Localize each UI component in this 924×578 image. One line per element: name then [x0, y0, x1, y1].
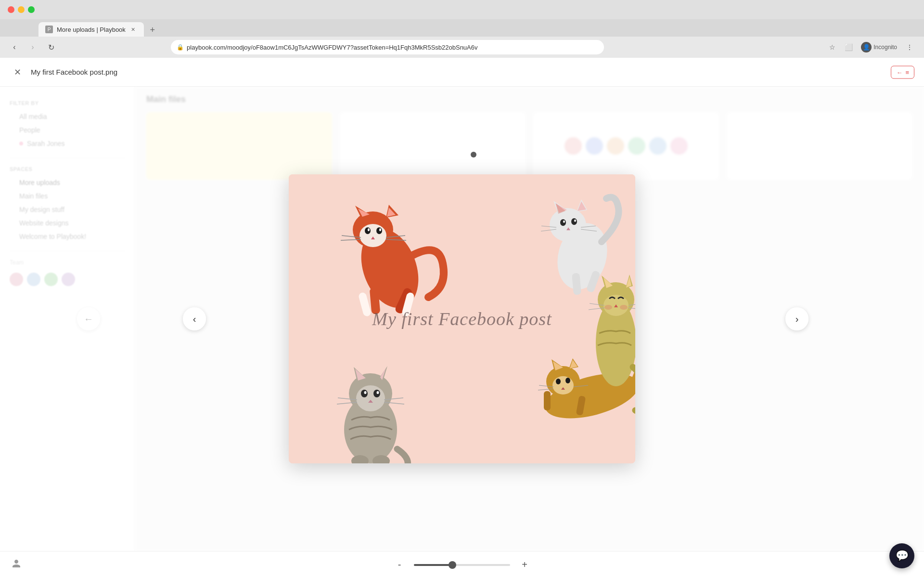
panel-back-icon: ←	[896, 68, 902, 76]
close-viewer-button[interactable]: ✕	[10, 65, 25, 80]
svg-point-28	[571, 218, 577, 225]
image-card: My first Facebook post	[289, 174, 635, 463]
next-arrow-icon: ›	[796, 314, 799, 325]
reload-button[interactable]: ↻	[44, 40, 58, 54]
tab-bar: P More uploads | Playbook ✕ +	[0, 19, 924, 37]
chat-button-icon: 💬	[896, 550, 909, 562]
tab-close-button[interactable]: ✕	[129, 26, 137, 33]
main-area: Filter by All media People Sarah Jones S…	[0, 87, 924, 551]
tab-favicon: P	[45, 26, 53, 33]
svg-point-7	[359, 224, 386, 247]
new-tab-button[interactable]: +	[146, 23, 159, 37]
incognito-label: Incognito	[873, 44, 897, 51]
svg-rect-52	[544, 391, 551, 410]
zoom-slider[interactable]	[414, 564, 510, 566]
svg-point-60	[356, 385, 385, 411]
traffic-light-minimize[interactable]	[18, 6, 25, 13]
svg-point-46	[556, 379, 561, 384]
svg-point-9	[376, 227, 382, 234]
browser-titlebar	[0, 0, 924, 19]
next-arrow[interactable]: ›	[785, 307, 808, 330]
svg-point-30	[574, 220, 576, 222]
svg-point-29	[563, 221, 565, 223]
browser-tab-active[interactable]: P More uploads | Playbook ✕	[38, 22, 144, 37]
panel-toggle-button[interactable]: ← ≡	[891, 66, 914, 79]
forward-button[interactable]: ›	[26, 40, 39, 54]
traffic-light-maximize[interactable]	[28, 6, 35, 13]
traffic-lights	[8, 6, 35, 13]
svg-point-27	[560, 219, 566, 226]
file-title: My first Facebook post.png	[31, 68, 117, 76]
prev-arrow-ghost[interactable]: ←	[77, 307, 100, 330]
address-bar-row: ‹ › ↻ 🔒 playbook.com/moodjoy/oF8aow1mC6J…	[0, 37, 924, 58]
svg-point-80	[604, 305, 612, 310]
bookmark-button[interactable]: ☆	[825, 40, 839, 54]
browser-chrome: P More uploads | Playbook ✕ + ‹ › ↻ 🔒 pl…	[0, 0, 924, 58]
svg-point-8	[365, 227, 371, 234]
image-main-text: My first Facebook post	[372, 308, 552, 329]
svg-point-22	[550, 208, 586, 242]
menu-button[interactable]: ⋮	[903, 40, 916, 54]
svg-point-81	[620, 305, 628, 310]
back-button[interactable]: ‹	[8, 40, 21, 54]
cast-button[interactable]: ⬜	[842, 40, 855, 54]
address-bar[interactable]: 🔒 playbook.com/moodjoy/oF8aow1mC6JgTsAzW…	[171, 40, 604, 54]
svg-point-10	[368, 228, 370, 231]
address-text: playbook.com/moodjoy/oF8aow1mC6JgTsAzWWG…	[187, 44, 598, 51]
zoom-in-button[interactable]: +	[518, 558, 531, 572]
svg-point-63	[364, 391, 367, 394]
bottom-left-icon[interactable]	[10, 557, 23, 570]
zoom-track	[414, 564, 452, 566]
zoom-thumb[interactable]	[449, 561, 456, 569]
chat-button[interactable]: 💬	[889, 543, 914, 568]
incognito-icon: 👤	[861, 42, 872, 53]
lock-icon: 🔒	[177, 44, 184, 51]
app-content: ✕ My first Facebook post.png ← ≡ Filter …	[0, 58, 924, 578]
svg-point-11	[379, 228, 381, 231]
panel-lines-icon: ≡	[905, 68, 909, 76]
svg-point-62	[373, 390, 380, 397]
browser-actions: ☆ ⬜ 👤 Incognito ⋮	[825, 40, 916, 54]
top-bar: ✕ My first Facebook post.png ← ≡	[0, 58, 924, 87]
prev-arrow-ghost-icon: ←	[84, 314, 93, 325]
svg-point-45	[552, 376, 574, 394]
zoom-out-button[interactable]: -	[393, 558, 406, 572]
lightbox-overlay: ← ‹	[0, 87, 924, 551]
prev-arrow[interactable]: ‹	[183, 307, 206, 330]
tab-title: More uploads | Playbook	[57, 26, 126, 33]
svg-point-64	[377, 391, 379, 394]
bottom-bar: - +	[0, 551, 924, 578]
svg-point-47	[565, 378, 570, 383]
svg-point-61	[361, 390, 368, 397]
incognito-badge[interactable]: 👤 Incognito	[858, 41, 900, 53]
prev-arrow-icon: ‹	[193, 314, 196, 325]
traffic-light-close[interactable]	[8, 6, 14, 13]
